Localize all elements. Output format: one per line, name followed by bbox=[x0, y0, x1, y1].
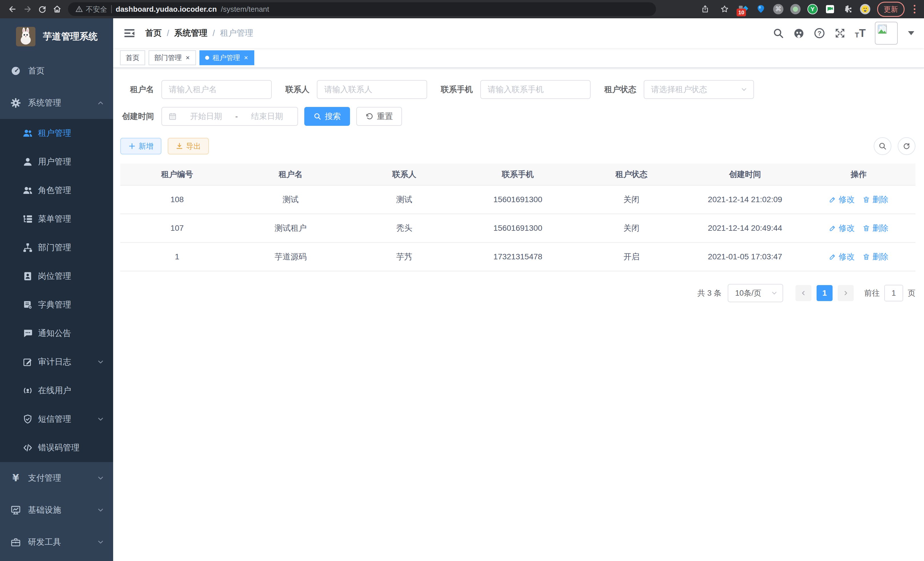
status-select[interactable]: 请选择租户状态 bbox=[644, 80, 754, 99]
sidebar-item-sms[interactable]: 短信管理 bbox=[0, 405, 113, 433]
tab-tenant[interactable]: 租户管理× bbox=[200, 50, 254, 65]
sidebar-item-audit-log[interactable]: 审计日志 bbox=[0, 348, 113, 376]
address-bar[interactable]: 不安全 dashboard.yudao.iocoder.cn/system/te… bbox=[68, 2, 656, 16]
next-page-button[interactable] bbox=[838, 285, 854, 301]
sidebar-item-pay[interactable]: ¥支付管理 bbox=[0, 462, 113, 494]
browser-back-icon[interactable] bbox=[6, 3, 19, 15]
search-icon[interactable] bbox=[772, 27, 784, 39]
online-icon bbox=[22, 385, 33, 396]
export-button[interactable]: 导出 bbox=[168, 138, 209, 154]
sidebar-item-notice[interactable]: 通知公告 bbox=[0, 319, 113, 348]
sidebar-item-error-code[interactable]: 错误码管理 bbox=[0, 433, 113, 462]
extension-command-icon[interactable]: ⌘ bbox=[773, 4, 783, 14]
toggle-search-button[interactable] bbox=[874, 137, 891, 155]
dashboard-icon bbox=[10, 65, 21, 76]
tab-home[interactable]: 首页 bbox=[120, 50, 145, 65]
end-date-placeholder: 结束日期 bbox=[243, 111, 291, 122]
bookmark-star-icon[interactable] bbox=[718, 3, 731, 15]
breadcrumb-home[interactable]: 首页 bbox=[145, 27, 162, 39]
security-label: 不安全 bbox=[86, 5, 107, 14]
sidebar-item-dict[interactable]: 字典管理 bbox=[0, 290, 113, 319]
cell-id: 1 bbox=[120, 242, 234, 271]
cell-name: 测试租户 bbox=[234, 214, 348, 242]
extension-chat-icon[interactable] bbox=[825, 4, 836, 15]
delete-link[interactable]: 删除 bbox=[862, 223, 888, 234]
sidebar-item-home[interactable]: 首页 bbox=[0, 55, 113, 87]
cell-name: 芋道源码 bbox=[234, 242, 348, 271]
page-number-1[interactable]: 1 bbox=[817, 285, 832, 301]
close-icon[interactable]: × bbox=[243, 54, 249, 61]
table-row: 107测试租户秃头15601691300关闭2021-12-14 20:49:4… bbox=[120, 214, 915, 242]
profile-avatar-icon[interactable] bbox=[860, 4, 870, 14]
dict-icon bbox=[22, 299, 33, 310]
chevron-down-icon bbox=[97, 474, 105, 482]
sidebar-logo-row[interactable]: 芋道管理系统 bbox=[0, 18, 113, 55]
user-icon bbox=[22, 156, 33, 167]
fullscreen-icon[interactable] bbox=[834, 27, 846, 39]
browser-forward-icon[interactable] bbox=[21, 3, 34, 15]
url-divider bbox=[111, 5, 112, 13]
security-warning[interactable]: 不安全 bbox=[75, 5, 107, 14]
browser-menu-icon[interactable] bbox=[911, 5, 918, 14]
sidebar-item-menu[interactable]: 菜单管理 bbox=[0, 205, 113, 233]
browser-home-icon[interactable] bbox=[51, 3, 63, 15]
sidebar-item-dept[interactable]: 部门管理 bbox=[0, 233, 113, 262]
avatar[interactable] bbox=[875, 22, 898, 45]
chevron-down-icon bbox=[97, 358, 105, 366]
share-icon[interactable] bbox=[699, 3, 711, 15]
delete-link[interactable]: 删除 bbox=[862, 194, 888, 205]
toolbox-icon bbox=[10, 537, 21, 547]
contact-input[interactable] bbox=[317, 80, 427, 99]
search-button[interactable]: 搜索 bbox=[304, 107, 350, 126]
breadcrumb-system[interactable]: 系统管理 bbox=[174, 27, 207, 39]
extension-balloon-icon[interactable] bbox=[755, 4, 766, 15]
font-size-icon[interactable]: TT bbox=[855, 28, 866, 39]
close-icon[interactable]: × bbox=[185, 54, 190, 61]
sidebar-item-tenant[interactable]: 租户管理 bbox=[0, 119, 113, 147]
docs-help-icon[interactable]: ? bbox=[814, 27, 825, 39]
sidebar-item-online-user[interactable]: 在线用户 bbox=[0, 376, 113, 405]
calendar-icon bbox=[168, 112, 177, 121]
prev-page-button[interactable] bbox=[795, 285, 812, 301]
cell-status: 关闭 bbox=[574, 185, 688, 214]
chevron-down-icon bbox=[771, 289, 778, 297]
edit-link[interactable]: 修改 bbox=[829, 194, 855, 205]
sidebar-item-infra[interactable]: 基础设施 bbox=[0, 494, 113, 526]
page-unit-label: 页 bbox=[908, 288, 915, 298]
extension-tabs-icon[interactable]: 10 bbox=[738, 4, 748, 15]
cell-mobile: 15601691300 bbox=[461, 214, 575, 242]
cell-created: 2021-12-14 20:49:44 bbox=[688, 214, 802, 242]
tenant-name-input[interactable] bbox=[161, 80, 272, 99]
sidebar-item-system[interactable]: 系统管理 bbox=[0, 87, 113, 119]
sidebar: 芋道管理系统 首页系统管理租户管理用户管理角色管理菜单管理部门管理岗位管理字典管… bbox=[0, 18, 113, 561]
sidebar-item-post[interactable]: 岗位管理 bbox=[0, 262, 113, 290]
cell-created: 2021-01-05 17:03:47 bbox=[688, 242, 802, 271]
sidebar-item-role[interactable]: 角色管理 bbox=[0, 176, 113, 205]
hamburger-icon[interactable] bbox=[123, 27, 135, 39]
extension-y-icon[interactable]: Y bbox=[807, 4, 818, 14]
avatar-caret-icon[interactable] bbox=[908, 31, 914, 35]
edit-link[interactable]: 修改 bbox=[829, 251, 855, 262]
table-toolbar: 新增 导出 bbox=[120, 137, 915, 155]
reset-button[interactable]: 重置 bbox=[356, 107, 402, 126]
mobile-input[interactable] bbox=[480, 80, 591, 99]
delete-link[interactable]: 删除 bbox=[862, 251, 888, 262]
col-status: 租户状态 bbox=[574, 164, 688, 185]
browser-reload-icon[interactable] bbox=[36, 3, 49, 15]
edit-link[interactable]: 修改 bbox=[829, 223, 855, 234]
goto-page-input[interactable] bbox=[884, 285, 903, 301]
tags-view: 首页部门管理×租户管理× bbox=[113, 48, 924, 68]
add-button[interactable]: 新增 bbox=[120, 138, 161, 154]
create-time-range-picker[interactable]: 开始日期 - 结束日期 bbox=[161, 107, 298, 126]
browser-update-button[interactable]: 更新 bbox=[877, 2, 904, 17]
page-size-select[interactable]: 10条/页 bbox=[728, 284, 783, 302]
cell-actions: 修改删除 bbox=[802, 185, 915, 214]
extensions-puzzle-icon[interactable] bbox=[842, 4, 853, 15]
sidebar-item-user[interactable]: 用户管理 bbox=[0, 147, 113, 176]
sidebar-item-dev-tool[interactable]: 研发工具 bbox=[0, 526, 113, 558]
status-label: 租户状态 bbox=[604, 84, 636, 95]
github-icon[interactable] bbox=[793, 27, 805, 39]
extension-recorder-icon[interactable] bbox=[790, 4, 801, 14]
refresh-button[interactable] bbox=[898, 137, 915, 155]
tab-dept[interactable]: 部门管理× bbox=[148, 50, 196, 65]
